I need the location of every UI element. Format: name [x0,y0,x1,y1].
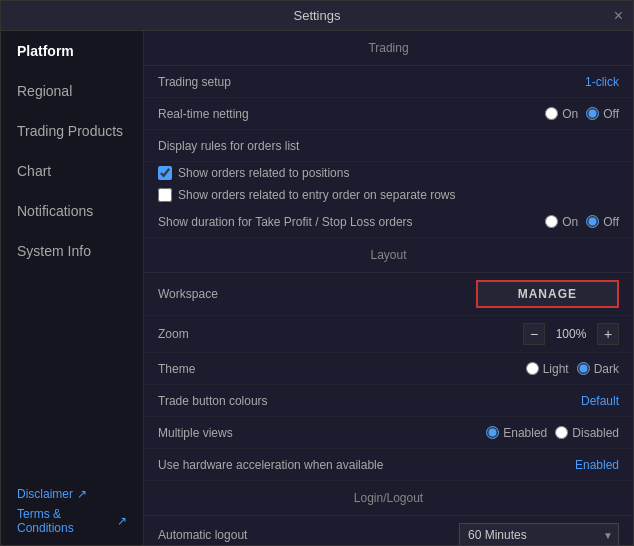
manage-button[interactable]: MANAGE [476,280,619,308]
zoom-value: 100% [551,327,591,341]
sidebar-item-platform[interactable]: Platform [1,31,143,71]
sidebar-item-notifications[interactable]: Notifications [1,191,143,231]
realtime-netting-radio-group: On Off [545,107,619,121]
trading-setup-value[interactable]: 1-click [585,75,619,89]
sidebar-item-system-info[interactable]: System Info [1,231,143,271]
zoom-row: Zoom − 100% + [144,316,633,353]
settings-dialog: Settings × Platform Regional Trading Pro… [0,0,634,546]
realtime-netting-off-radio[interactable] [586,107,599,120]
workspace-row: Workspace MANAGE [144,273,633,316]
theme-light-radio[interactable] [526,362,539,375]
layout-section-header: Layout [144,238,633,273]
zoom-minus-button[interactable]: − [523,323,545,345]
show-orders-positions-row: Show orders related to positions [144,162,633,184]
dialog-content: Platform Regional Trading Products Chart… [1,31,633,545]
disclaimer-link[interactable]: Disclaimer ↗ [17,487,127,501]
multiple-views-row: Multiple views Enabled Disabled [144,417,633,449]
multiple-views-radio-group: Enabled Disabled [486,426,619,440]
zoom-plus-button[interactable]: + [597,323,619,345]
show-duration-row: Show duration for Take Profit / Stop Los… [144,206,633,238]
show-duration-radio-group: On Off [545,215,619,229]
theme-light-label[interactable]: Light [526,362,569,376]
show-orders-positions-checkbox[interactable] [158,166,172,180]
realtime-netting-on-label[interactable]: On [545,107,578,121]
hw-accel-row: Use hardware acceleration when available… [144,449,633,481]
zoom-control: − 100% + [523,323,619,345]
multiple-views-enabled-radio[interactable] [486,426,499,439]
show-duration-off-label[interactable]: Off [586,215,619,229]
trade-btn-colors-row: Trade button colours Default [144,385,633,417]
external-link-icon: ↗ [117,514,127,528]
theme-row: Theme Light Dark [144,353,633,385]
theme-dark-radio[interactable] [577,362,590,375]
show-duration-off-radio[interactable] [586,215,599,228]
sidebar-item-chart[interactable]: Chart [1,151,143,191]
sidebar-item-trading-products[interactable]: Trading Products [1,111,143,151]
dialog-title: Settings [294,8,341,23]
display-rules-row: Display rules for orders list [144,130,633,162]
show-orders-entry-row: Show orders related to entry order on se… [144,184,633,206]
trading-section-header: Trading [144,31,633,66]
show-orders-entry-checkbox[interactable] [158,188,172,202]
terms-link[interactable]: Terms & Conditions ↗ [17,507,127,535]
external-link-icon: ↗ [77,487,87,501]
sidebar: Platform Regional Trading Products Chart… [1,31,144,545]
trading-setup-row: Trading setup 1-click [144,66,633,98]
theme-radio-group: Light Dark [526,362,619,376]
show-duration-on-radio[interactable] [545,215,558,228]
auto-logout-row: Automatic logout 15 Minutes 30 Minutes 6… [144,516,633,545]
hw-accel-value: Enabled [575,458,619,472]
show-duration-on-label[interactable]: On [545,215,578,229]
realtime-netting-row: Real-time netting On Off [144,98,633,130]
main-content: Trading Trading setup 1-click Real-time … [144,31,633,545]
trade-btn-colors-value[interactable]: Default [581,394,619,408]
realtime-netting-on-radio[interactable] [545,107,558,120]
login-logout-section-header: Login/Logout [144,481,633,516]
multiple-views-disabled-label[interactable]: Disabled [555,426,619,440]
realtime-netting-off-label[interactable]: Off [586,107,619,121]
close-button[interactable]: × [614,8,623,24]
multiple-views-disabled-radio[interactable] [555,426,568,439]
multiple-views-enabled-label[interactable]: Enabled [486,426,547,440]
auto-logout-select-wrapper: 15 Minutes 30 Minutes 60 Minutes 2 Hours… [459,523,619,545]
titlebar: Settings × [1,1,633,31]
sidebar-item-regional[interactable]: Regional [1,71,143,111]
sidebar-footer: Disclaimer ↗ Terms & Conditions ↗ [1,477,143,545]
theme-dark-label[interactable]: Dark [577,362,619,376]
auto-logout-select[interactable]: 15 Minutes 30 Minutes 60 Minutes 2 Hours… [459,523,619,545]
